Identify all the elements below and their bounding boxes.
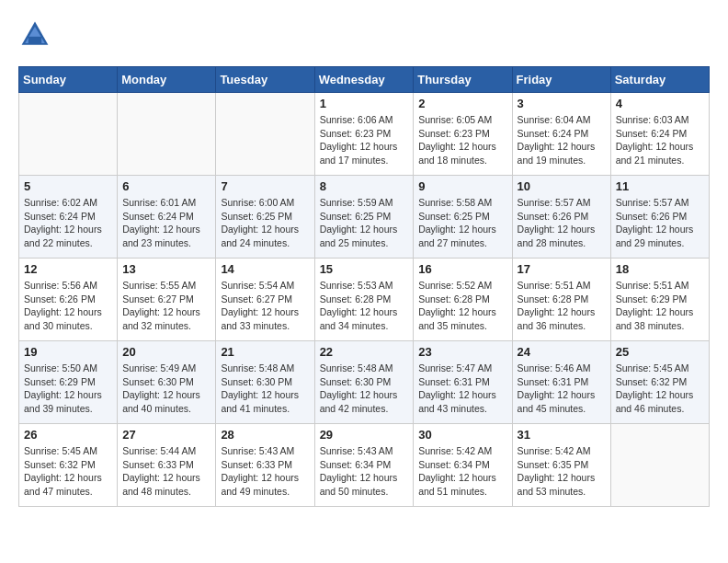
calendar-cell: 14Sunrise: 5:54 AM Sunset: 6:27 PM Dayli… bbox=[216, 259, 314, 341]
logo-icon bbox=[18, 18, 51, 52]
calendar-cell: 28Sunrise: 5:43 AM Sunset: 6:33 PM Dayli… bbox=[216, 424, 314, 507]
day-number: 5 bbox=[24, 179, 112, 193]
day-info: Sunrise: 6:03 AM Sunset: 6:24 PM Dayligh… bbox=[616, 113, 704, 167]
day-number: 11 bbox=[616, 179, 704, 193]
weekday-header-sunday: Sunday bbox=[19, 67, 118, 93]
calendar-cell: 3Sunrise: 6:04 AM Sunset: 6:24 PM Daylig… bbox=[512, 93, 610, 176]
day-info: Sunrise: 5:57 AM Sunset: 6:26 PM Dayligh… bbox=[616, 196, 704, 250]
page-header bbox=[18, 18, 710, 52]
day-number: 6 bbox=[122, 179, 210, 193]
calendar-cell: 18Sunrise: 5:51 AM Sunset: 6:29 PM Dayli… bbox=[610, 259, 709, 341]
day-info: Sunrise: 5:44 AM Sunset: 6:33 PM Dayligh… bbox=[122, 444, 210, 499]
calendar-cell: 8Sunrise: 5:59 AM Sunset: 6:25 PM Daylig… bbox=[314, 176, 414, 259]
day-info: Sunrise: 5:48 AM Sunset: 6:30 PM Dayligh… bbox=[221, 362, 309, 416]
day-info: Sunrise: 6:01 AM Sunset: 6:24 PM Dayligh… bbox=[122, 196, 210, 250]
weekday-header-tuesday: Tuesday bbox=[216, 67, 314, 93]
calendar-cell: 25Sunrise: 5:45 AM Sunset: 6:32 PM Dayli… bbox=[610, 341, 709, 424]
day-info: Sunrise: 5:46 AM Sunset: 6:31 PM Dayligh… bbox=[518, 362, 606, 416]
calendar-cell: 22Sunrise: 5:48 AM Sunset: 6:30 PM Dayli… bbox=[314, 341, 414, 424]
day-info: Sunrise: 5:59 AM Sunset: 6:25 PM Dayligh… bbox=[320, 196, 409, 250]
day-info: Sunrise: 6:00 AM Sunset: 6:25 PM Dayligh… bbox=[221, 196, 309, 250]
day-number: 9 bbox=[418, 179, 506, 193]
day-number: 20 bbox=[122, 345, 210, 359]
day-number: 23 bbox=[418, 345, 506, 359]
day-info: Sunrise: 5:54 AM Sunset: 6:27 PM Dayligh… bbox=[221, 279, 309, 333]
calendar-cell: 27Sunrise: 5:44 AM Sunset: 6:33 PM Dayli… bbox=[118, 424, 216, 507]
calendar-cell: 4Sunrise: 6:03 AM Sunset: 6:24 PM Daylig… bbox=[610, 93, 709, 176]
calendar-cell: 2Sunrise: 6:05 AM Sunset: 6:23 PM Daylig… bbox=[414, 93, 512, 176]
day-info: Sunrise: 5:42 AM Sunset: 6:34 PM Dayligh… bbox=[418, 444, 506, 499]
calendar-cell: 19Sunrise: 5:50 AM Sunset: 6:29 PM Dayli… bbox=[19, 341, 118, 424]
calendar-cell: 10Sunrise: 5:57 AM Sunset: 6:26 PM Dayli… bbox=[512, 176, 610, 259]
calendar-week-row: 26Sunrise: 5:45 AM Sunset: 6:32 PM Dayli… bbox=[19, 424, 710, 507]
calendar-week-row: 5Sunrise: 6:02 AM Sunset: 6:24 PM Daylig… bbox=[19, 176, 710, 259]
calendar-week-row: 19Sunrise: 5:50 AM Sunset: 6:29 PM Dayli… bbox=[19, 341, 710, 424]
logo bbox=[18, 18, 57, 52]
day-number: 22 bbox=[320, 345, 409, 359]
day-number: 14 bbox=[221, 262, 309, 276]
day-info: Sunrise: 5:56 AM Sunset: 6:26 PM Dayligh… bbox=[24, 279, 112, 333]
day-info: Sunrise: 5:48 AM Sunset: 6:30 PM Dayligh… bbox=[320, 362, 409, 416]
calendar-cell: 23Sunrise: 5:47 AM Sunset: 6:31 PM Dayli… bbox=[414, 341, 512, 424]
day-info: Sunrise: 5:45 AM Sunset: 6:32 PM Dayligh… bbox=[616, 362, 704, 416]
day-number: 12 bbox=[24, 262, 112, 276]
calendar-cell: 13Sunrise: 5:55 AM Sunset: 6:27 PM Dayli… bbox=[118, 259, 216, 341]
day-number: 4 bbox=[616, 97, 704, 110]
day-number: 15 bbox=[320, 262, 409, 276]
calendar-cell bbox=[118, 93, 216, 176]
day-info: Sunrise: 5:55 AM Sunset: 6:27 PM Dayligh… bbox=[122, 279, 210, 333]
calendar-cell: 7Sunrise: 6:00 AM Sunset: 6:25 PM Daylig… bbox=[216, 176, 314, 259]
day-number: 28 bbox=[221, 428, 309, 442]
calendar-cell: 20Sunrise: 5:49 AM Sunset: 6:30 PM Dayli… bbox=[118, 341, 216, 424]
day-info: Sunrise: 5:47 AM Sunset: 6:31 PM Dayligh… bbox=[418, 362, 506, 416]
day-info: Sunrise: 5:49 AM Sunset: 6:30 PM Dayligh… bbox=[122, 362, 210, 416]
calendar-cell: 24Sunrise: 5:46 AM Sunset: 6:31 PM Dayli… bbox=[512, 341, 610, 424]
calendar-table: SundayMondayTuesdayWednesdayThursdayFrid… bbox=[18, 66, 710, 507]
day-info: Sunrise: 6:05 AM Sunset: 6:23 PM Dayligh… bbox=[418, 113, 506, 167]
calendar-cell: 1Sunrise: 6:06 AM Sunset: 6:23 PM Daylig… bbox=[314, 93, 414, 176]
calendar-cell: 26Sunrise: 5:45 AM Sunset: 6:32 PM Dayli… bbox=[19, 424, 118, 507]
calendar-week-row: 1Sunrise: 6:06 AM Sunset: 6:23 PM Daylig… bbox=[19, 93, 710, 176]
calendar-cell: 30Sunrise: 5:42 AM Sunset: 6:34 PM Dayli… bbox=[414, 424, 512, 507]
day-info: Sunrise: 5:43 AM Sunset: 6:33 PM Dayligh… bbox=[221, 444, 309, 499]
day-number: 26 bbox=[24, 428, 112, 442]
day-number: 31 bbox=[518, 428, 606, 442]
calendar-cell bbox=[19, 93, 118, 176]
day-info: Sunrise: 5:52 AM Sunset: 6:28 PM Dayligh… bbox=[418, 279, 506, 333]
day-number: 30 bbox=[418, 428, 506, 442]
day-number: 13 bbox=[122, 262, 210, 276]
calendar-cell bbox=[610, 424, 709, 507]
day-number: 8 bbox=[320, 179, 409, 193]
calendar-cell: 5Sunrise: 6:02 AM Sunset: 6:24 PM Daylig… bbox=[19, 176, 118, 259]
day-number: 21 bbox=[221, 345, 309, 359]
day-number: 19 bbox=[24, 345, 112, 359]
calendar-cell: 9Sunrise: 5:58 AM Sunset: 6:25 PM Daylig… bbox=[414, 176, 512, 259]
day-info: Sunrise: 5:42 AM Sunset: 6:35 PM Dayligh… bbox=[518, 444, 606, 499]
day-number: 2 bbox=[418, 97, 506, 110]
day-info: Sunrise: 5:45 AM Sunset: 6:32 PM Dayligh… bbox=[24, 444, 112, 499]
day-info: Sunrise: 5:53 AM Sunset: 6:28 PM Dayligh… bbox=[320, 279, 409, 333]
calendar-cell: 16Sunrise: 5:52 AM Sunset: 6:28 PM Dayli… bbox=[414, 259, 512, 341]
day-number: 10 bbox=[518, 179, 606, 193]
calendar-cell: 6Sunrise: 6:01 AM Sunset: 6:24 PM Daylig… bbox=[118, 176, 216, 259]
day-info: Sunrise: 5:58 AM Sunset: 6:25 PM Dayligh… bbox=[418, 196, 506, 250]
day-number: 18 bbox=[616, 262, 704, 276]
day-number: 24 bbox=[518, 345, 606, 359]
calendar-cell: 31Sunrise: 5:42 AM Sunset: 6:35 PM Dayli… bbox=[512, 424, 610, 507]
day-number: 3 bbox=[518, 97, 606, 110]
svg-rect-2 bbox=[28, 37, 41, 43]
day-info: Sunrise: 5:43 AM Sunset: 6:34 PM Dayligh… bbox=[320, 444, 409, 499]
calendar-cell bbox=[216, 93, 314, 176]
calendar-cell: 21Sunrise: 5:48 AM Sunset: 6:30 PM Dayli… bbox=[216, 341, 314, 424]
weekday-header-monday: Monday bbox=[118, 67, 216, 93]
day-info: Sunrise: 6:02 AM Sunset: 6:24 PM Dayligh… bbox=[24, 196, 112, 250]
calendar-header-row: SundayMondayTuesdayWednesdayThursdayFrid… bbox=[19, 67, 710, 93]
day-number: 25 bbox=[616, 345, 704, 359]
day-number: 16 bbox=[418, 262, 506, 276]
day-info: Sunrise: 5:51 AM Sunset: 6:29 PM Dayligh… bbox=[616, 279, 704, 333]
calendar-cell: 12Sunrise: 5:56 AM Sunset: 6:26 PM Dayli… bbox=[19, 259, 118, 341]
day-info: Sunrise: 5:50 AM Sunset: 6:29 PM Dayligh… bbox=[24, 362, 112, 416]
weekday-header-friday: Friday bbox=[512, 67, 610, 93]
weekday-header-saturday: Saturday bbox=[610, 67, 709, 93]
day-number: 27 bbox=[122, 428, 210, 442]
